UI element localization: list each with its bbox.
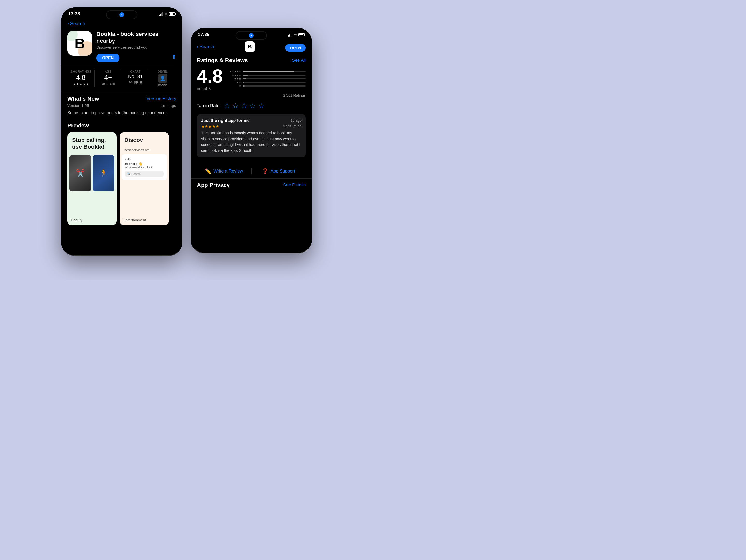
privacy-row: App Privacy See Details [191,178,312,192]
preview-card-entertainment: Discov best services arc 9:41 Hi there 👋… [120,132,169,225]
open-button-right[interactable]: OPEN [285,44,306,52]
bar-5: ★★★★★ [227,70,306,73]
bar-4-stars: ★★★★ [227,73,241,77]
preview-card-beauty-text: Stop calling,use Bookla! [67,132,117,155]
app-support-icon: ❓ [262,168,268,174]
privacy-title: App Privacy [197,182,230,188]
rate-star-2[interactable]: ☆ [232,101,239,110]
back-button-right[interactable]: ‹ Search [197,44,214,50]
stat-ratings-label: 2.6K RATINGS [67,70,94,73]
stat-dev-name: Bookla [149,83,176,87]
bar-3-stars: ★★★ [227,77,241,80]
preview-label-beauty: Beauty [71,218,82,222]
rate-star-5[interactable]: ☆ [258,101,264,110]
rate-star-1[interactable]: ☆ [224,101,230,110]
see-all-button[interactable]: See All [292,58,306,63]
ratings-header: Ratings & Reviews See All [197,57,306,64]
bar-4-track [243,75,306,76]
time-right: 17:39 [198,32,209,37]
whats-new-body: Some minor improvements to the booking e… [67,110,176,116]
review-title: Just the right app for me [201,118,250,123]
back-label-left: Search [70,21,85,26]
screen-right: ‹ Search B OPEN Ratings & Reviews See Al… [191,39,312,249]
dynamic-island-right [236,31,267,40]
stats-row: 2.6K RATINGS 4.8 ★★★★★ AGE 4+ Years Old … [61,65,182,91]
whats-new-title: What's New [67,95,99,102]
app-icon-small-letter: B [248,44,252,50]
app-header: B Bookla - book services nearby Discover… [61,28,182,65]
preview-label-ent: Entertainment [123,218,146,222]
review-stars: ★★★★★ [201,124,219,129]
bar-4: ★★★★ [227,73,306,77]
phones-container: 17:38 ⊜ ‹ [61,7,312,256]
phone-right: 17:39 ⊜ ‹ [191,28,312,253]
screen-left: ‹ Search B Bookla - book services nearby… [61,19,182,252]
time-left: 17:38 [68,11,80,17]
app-name: Bookla - book services nearby [96,31,176,45]
see-details-button[interactable]: See Details [283,183,306,188]
review-header: Just the right app for me 1y ago [201,118,302,123]
write-review-button[interactable]: ✏️ Write a Review [197,168,252,174]
preview-card-beauty: Stop calling,use Bookla! ✂️ 🏃 [67,132,117,225]
share-button[interactable]: ⬆ [171,54,176,60]
version-history-link[interactable]: Version History [147,96,176,101]
wifi-icon: ⊜ [165,12,167,16]
signal-icon-right [288,33,293,36]
version-info: Version 1.25 1mo ago [67,104,176,108]
bar-1-track [243,86,306,87]
app-subtitle: Discover services around you [96,45,176,50]
rate-star-4[interactable]: ☆ [250,101,256,110]
action-row: ✏️ Write a Review ❓ App Support [191,166,312,178]
app-support-button[interactable]: ❓ App Support [252,168,306,174]
bar-2-track [243,82,306,83]
stat-age-label: AGE [94,70,121,73]
stat-ratings-value: 4.8 [67,73,94,82]
nav-bar-left[interactable]: ‹ Search [61,19,182,28]
status-bar-left: 17:38 ⊜ [61,7,182,19]
signal-icon [159,12,163,16]
status-icons-left: ⊜ [159,12,175,16]
preview-phone-mockup: 9:41 Hi there 👋 What would you like t 🔍 … [122,154,167,180]
preview-photo-barber: ✂️ [69,155,91,191]
stat-dev-label: DEVEL [149,70,176,73]
stat-chart: CHART No. 31 Shopping [122,70,149,87]
review-row2: ★★★★★ Maris Veide [201,124,302,130]
stat-age-sub: Years Old [94,82,121,86]
back-chevron-right: ‹ [197,44,198,50]
preview-title: Preview [61,120,182,132]
bar-3-track [243,78,306,79]
app-info: Bookla - book services nearby Discover s… [96,31,176,62]
rate-stars[interactable]: ☆ ☆ ☆ ☆ ☆ [224,101,264,110]
stat-chart-sub: Shopping [122,80,149,84]
out-of-label: out of 5 [197,87,223,91]
status-bar-right: 17:39 ⊜ [191,28,312,39]
bar-1: ★ [227,84,306,87]
stat-ratings-stars: ★★★★★ [67,82,94,86]
stat-chart-value: No. 31 [122,73,149,80]
write-review-label: Write a Review [213,169,243,174]
stat-dev: DEVEL 👤 Bookla [149,70,176,87]
big-rating-value: 4.8 [197,67,223,86]
total-ratings: 2 561 Ratings [197,93,306,97]
wifi-icon-right: ⊜ [294,33,297,37]
tap-to-rate: Tap to Rate: ☆ ☆ ☆ ☆ ☆ [197,101,306,110]
review-body: This Bookla app is exactly what's needed… [201,130,302,153]
back-button-left[interactable]: ‹ Search [67,21,85,27]
tap-rate-label: Tap to Rate: [197,104,221,109]
battery-icon-right [298,33,305,36]
phone-left: 17:38 ⊜ ‹ [61,7,182,256]
version-time: 1mo ago [161,104,176,108]
stat-age-value: 4+ [94,73,121,82]
whats-new-section: What's New Version History Version 1.25 … [61,95,182,120]
preview-ent-sub: best services arc [120,148,169,152]
bar-1-stars: ★ [227,84,241,87]
rate-star-3[interactable]: ☆ [241,101,247,110]
bar-5-stars: ★★★★★ [227,70,241,73]
app-support-label: App Support [270,169,295,174]
version-number: Version 1.25 [67,104,89,108]
app-icon-small: B [245,41,255,52]
write-review-icon: ✏️ [205,168,211,174]
rating-bars: ★★★★★ ★★★★ ★★★ ★★ [227,70,306,88]
open-button-left[interactable]: OPEN [96,54,119,62]
back-chevron-left: ‹ [67,21,69,27]
